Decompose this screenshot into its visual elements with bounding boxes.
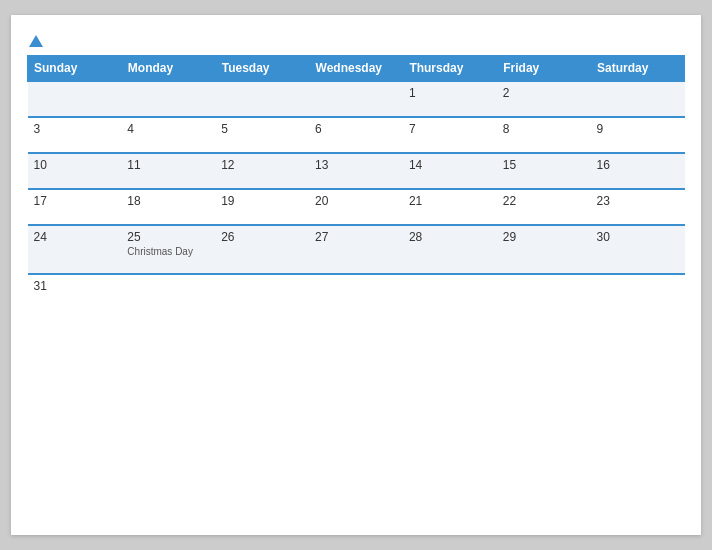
day-number: 4 [127, 122, 134, 136]
day-number: 17 [34, 194, 47, 208]
calendar-cell [121, 274, 215, 309]
week-row-6: 31 [28, 274, 685, 309]
day-number: 15 [503, 158, 516, 172]
event-label: Christmas Day [127, 246, 209, 257]
day-number: 22 [503, 194, 516, 208]
day-number: 12 [221, 158, 234, 172]
calendar-cell: 22 [497, 189, 591, 225]
week-row-3: 10111213141516 [28, 153, 685, 189]
calendar-cell [215, 81, 309, 117]
day-number: 6 [315, 122, 322, 136]
calendar-cell: 28 [403, 225, 497, 274]
day-number: 16 [597, 158, 610, 172]
calendar-cell [403, 274, 497, 309]
calendar-cell: 25Christmas Day [121, 225, 215, 274]
weekday-header-thursday: Thursday [403, 56, 497, 82]
calendar-cell: 30 [591, 225, 685, 274]
calendar-cell: 11 [121, 153, 215, 189]
calendar-cell: 16 [591, 153, 685, 189]
calendar-cell: 8 [497, 117, 591, 153]
calendar-cell: 14 [403, 153, 497, 189]
week-row-4: 17181920212223 [28, 189, 685, 225]
day-number: 31 [34, 279, 47, 293]
calendar-cell: 31 [28, 274, 122, 309]
calendar-cell: 19 [215, 189, 309, 225]
calendar-cell [121, 81, 215, 117]
calendar-cell [497, 274, 591, 309]
day-number: 21 [409, 194, 422, 208]
day-number: 30 [597, 230, 610, 244]
calendar-cell: 10 [28, 153, 122, 189]
calendar-cell [591, 274, 685, 309]
calendar-cell: 26 [215, 225, 309, 274]
logo-triangle-icon [29, 35, 43, 47]
day-number: 19 [221, 194, 234, 208]
calendar-body: 1234567891011121314151617181920212223242… [28, 81, 685, 309]
calendar-cell: 21 [403, 189, 497, 225]
weekday-header-tuesday: Tuesday [215, 56, 309, 82]
day-number: 26 [221, 230, 234, 244]
calendar-cell: 13 [309, 153, 403, 189]
day-number: 14 [409, 158, 422, 172]
calendar-cell: 5 [215, 117, 309, 153]
calendar-cell: 6 [309, 117, 403, 153]
weekday-header-wednesday: Wednesday [309, 56, 403, 82]
week-row-1: 12 [28, 81, 685, 117]
calendar-cell: 20 [309, 189, 403, 225]
calendar-cell: 7 [403, 117, 497, 153]
day-number: 24 [34, 230, 47, 244]
calendar-cell [309, 274, 403, 309]
calendar-cell: 29 [497, 225, 591, 274]
day-number: 23 [597, 194, 610, 208]
day-number: 10 [34, 158, 47, 172]
weekday-row: SundayMondayTuesdayWednesdayThursdayFrid… [28, 56, 685, 82]
calendar-header [27, 31, 685, 49]
day-number: 13 [315, 158, 328, 172]
calendar-cell [215, 274, 309, 309]
calendar-cell: 17 [28, 189, 122, 225]
calendar-cell: 1 [403, 81, 497, 117]
logo-area [27, 31, 43, 49]
weekday-header-friday: Friday [497, 56, 591, 82]
day-number: 1 [409, 86, 416, 100]
calendar-cell: 24 [28, 225, 122, 274]
weekday-header-sunday: Sunday [28, 56, 122, 82]
calendar-cell: 15 [497, 153, 591, 189]
day-number: 25 [127, 230, 140, 244]
day-number: 2 [503, 86, 510, 100]
calendar-cell: 18 [121, 189, 215, 225]
calendar-cell: 23 [591, 189, 685, 225]
day-number: 20 [315, 194, 328, 208]
day-number: 29 [503, 230, 516, 244]
day-number: 3 [34, 122, 41, 136]
logo-general-row [27, 31, 43, 49]
week-row-5: 2425Christmas Day2627282930 [28, 225, 685, 274]
calendar-cell [28, 81, 122, 117]
calendar-weekday-header: SundayMondayTuesdayWednesdayThursdayFrid… [28, 56, 685, 82]
day-number: 28 [409, 230, 422, 244]
calendar-cell: 4 [121, 117, 215, 153]
day-number: 27 [315, 230, 328, 244]
weekday-header-saturday: Saturday [591, 56, 685, 82]
calendar-cell: 12 [215, 153, 309, 189]
calendar: SundayMondayTuesdayWednesdayThursdayFrid… [11, 15, 701, 535]
week-row-2: 3456789 [28, 117, 685, 153]
calendar-cell: 27 [309, 225, 403, 274]
day-number: 9 [597, 122, 604, 136]
calendar-grid: SundayMondayTuesdayWednesdayThursdayFrid… [27, 55, 685, 309]
day-number: 8 [503, 122, 510, 136]
day-number: 11 [127, 158, 140, 172]
day-number: 7 [409, 122, 416, 136]
calendar-cell [309, 81, 403, 117]
day-number: 18 [127, 194, 140, 208]
calendar-cell: 3 [28, 117, 122, 153]
calendar-cell: 2 [497, 81, 591, 117]
calendar-cell [591, 81, 685, 117]
calendar-cell: 9 [591, 117, 685, 153]
weekday-header-monday: Monday [121, 56, 215, 82]
day-number: 5 [221, 122, 228, 136]
